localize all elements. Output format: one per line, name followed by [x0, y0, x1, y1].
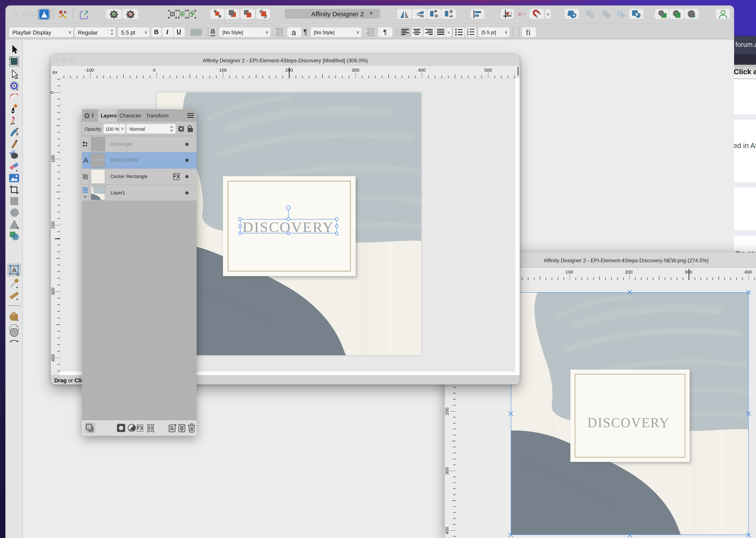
svg-text:A: A — [12, 267, 17, 274]
svg-text:¶: ¶ — [367, 31, 369, 36]
svg-text:a: a — [276, 31, 278, 36]
svg-text:3: 3 — [467, 33, 468, 36]
